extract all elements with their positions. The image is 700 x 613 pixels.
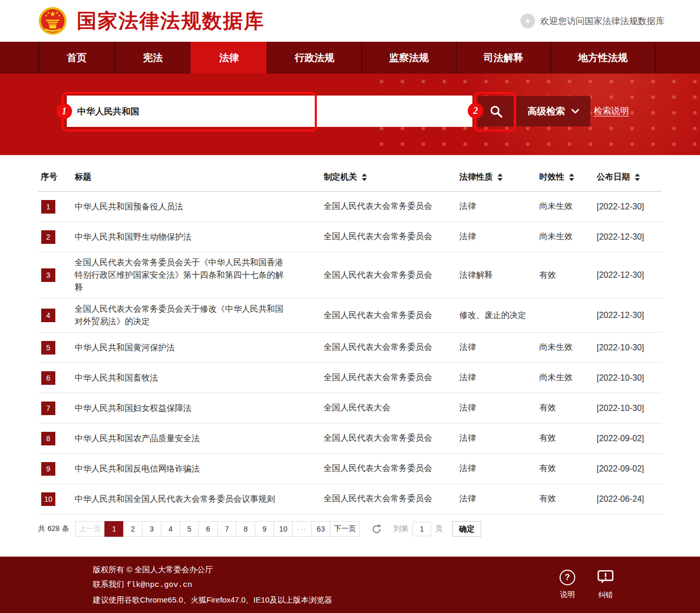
row-number-badge: 8 — [41, 432, 55, 445]
validity-cell: 尚未生效 — [539, 201, 597, 212]
results-area: 序号 标题 制定机关 法律性质 时效性 公布日期 1 中华人民共和国预备役人员法 — [0, 155, 700, 537]
law-title-link[interactable]: 中华人民共和国农产品质量安全法 — [75, 432, 200, 445]
contact-email[interactable]: flk@npc.gov.cn — [126, 581, 192, 590]
question-glyph: ? — [565, 573, 570, 582]
welcome-text: 欢迎您访问国家法律法规数据库 — [540, 15, 665, 27]
search-help-link[interactable]: 检索说明 — [594, 105, 629, 117]
page-button-2[interactable]: 2 — [123, 521, 143, 537]
contact-label: 联系我们 — [93, 580, 124, 588]
organ-cell: 全国人民代表大会常务委员会 — [324, 463, 459, 474]
organ-cell: 全国人民代表大会常务委员会 — [324, 270, 459, 281]
advanced-search-button[interactable]: 高级检索 — [516, 96, 590, 126]
page-button-1[interactable]: 1 — [104, 521, 124, 537]
ellipsis-button[interactable]: ··· — [292, 521, 312, 537]
total-count-text: 共 628 条 — [38, 524, 69, 534]
date-cell: [2022-12-30] — [597, 202, 662, 211]
date-cell: [2022-12-30] — [597, 232, 662, 242]
organ-cell: 全国人民代表大会 — [324, 403, 459, 414]
nav-tab-laws[interactable]: 法律 — [191, 42, 267, 74]
nav-tab-local-regulations[interactable]: 地方性法规 — [550, 42, 656, 74]
error-report-button[interactable]: 纠错 — [597, 570, 614, 600]
row-number-badge: 4 — [41, 309, 55, 322]
page-button-9[interactable]: 9 — [255, 521, 274, 537]
browser-note-line: 建议使用谷歌Chrome65.0、火狐Firefox47.0、IE10及以上版本… — [93, 593, 332, 607]
law-title-link[interactable]: 中华人民共和国黄河保护法 — [75, 341, 175, 354]
validity-cell: 有效 — [539, 433, 597, 444]
confirm-button[interactable]: 确定 — [452, 521, 481, 537]
page-button-4[interactable]: 4 — [161, 521, 180, 537]
star-glyph: ★ — [525, 17, 531, 25]
sort-icon[interactable] — [362, 173, 367, 181]
help-button[interactable]: ? 说明 — [560, 570, 575, 600]
page-button-8[interactable]: 8 — [236, 521, 255, 537]
national-emblem-icon — [38, 6, 67, 36]
prev-page-button[interactable]: 上一页 — [75, 521, 105, 537]
row-number-badge: 10 — [41, 492, 55, 506]
nature-cell: 法律 — [459, 231, 539, 242]
page-button-63[interactable]: 63 — [311, 521, 330, 537]
brand: 国家法律法规数据库 — [38, 6, 265, 36]
col-header-validity-label: 时效性 — [539, 172, 564, 183]
row-number-badge: 7 — [41, 402, 55, 415]
table-row: 5 中华人民共和国黄河保护法 全国人民代表大会常务委员会 法律 尚未生效 [20… — [38, 333, 662, 363]
table-row: 6 中华人民共和国畜牧法 全国人民代表大会常务委员会 法律 尚未生效 [2022… — [38, 363, 662, 393]
nav-tab-supervision-regulations[interactable]: 监察法规 — [361, 42, 456, 74]
table-row: 10 中华人民共和国全国人民代表大会常务委员会议事规则 全国人民代表大会常务委员… — [38, 484, 662, 514]
col-header-date-label: 公布日期 — [597, 172, 630, 183]
nature-cell: 法律 — [459, 372, 539, 383]
date-cell: [2022-12-30] — [597, 311, 662, 320]
page-button-7[interactable]: 7 — [217, 521, 236, 537]
date-cell: [2022-10-30] — [597, 373, 662, 383]
law-title-link[interactable]: 全国人民代表大会常务委员会关于修改《中华人民共和国对外贸易法》的决定 — [75, 303, 290, 328]
page-button-10[interactable]: 10 — [274, 521, 293, 537]
nature-cell: 法律 — [459, 493, 539, 504]
next-page-button[interactable]: 下一页 — [330, 521, 360, 537]
nature-cell: 法律 — [459, 201, 539, 212]
row-number-badge: 5 — [41, 341, 55, 355]
page-button-5[interactable]: 5 — [180, 521, 199, 537]
law-title-link[interactable]: 中华人民共和国妇女权益保障法 — [75, 402, 192, 415]
col-header-organ-label: 制定机关 — [324, 172, 357, 183]
nav-tab-judicial-interpretations[interactable]: 司法解释 — [456, 42, 550, 74]
row-number-badge: 2 — [41, 230, 55, 244]
col-header-validity: 时效性 — [539, 172, 597, 183]
organ-cell: 全国人民代表大会常务委员会 — [324, 342, 459, 353]
table-row: 4 全国人民代表大会常务委员会关于修改《中华人民共和国对外贸易法》的决定 全国人… — [38, 299, 662, 333]
search-banner: 高级检索 检索说明 1 2 — [0, 74, 700, 155]
page-jump-input[interactable] — [412, 522, 431, 536]
law-title-link[interactable]: 中华人民共和国野生动物保护法 — [75, 231, 192, 243]
nav-tab-home[interactable]: 首页 — [38, 42, 114, 74]
nav-tab-constitution[interactable]: 宪法 — [114, 42, 191, 74]
search-button[interactable] — [478, 96, 514, 126]
main-nav: 首页 宪法 法律 行政法规 监察法规 司法解释 地方性法规 — [0, 42, 700, 74]
law-title-link[interactable]: 中华人民共和国反电信网络诈骗法 — [75, 463, 200, 475]
page-button-3[interactable]: 3 — [142, 521, 161, 537]
col-header-organ: 制定机关 — [324, 172, 459, 183]
row-number-badge: 3 — [41, 268, 55, 282]
table-row: 1 中华人民共和国预备役人员法 全国人民代表大会常务委员会 法律 尚未生效 [2… — [38, 192, 662, 222]
nature-cell: 法律 — [459, 433, 539, 444]
validity-cell: 有效 — [539, 493, 597, 504]
date-cell: [2022-10-30] — [597, 404, 662, 413]
sort-icon[interactable] — [569, 173, 574, 181]
validity-cell: 有效 — [539, 403, 597, 414]
organ-cell: 全国人民代表大会常务委员会 — [324, 231, 459, 242]
search-input[interactable] — [67, 96, 472, 127]
law-title-link[interactable]: 中华人民共和国预备役人员法 — [75, 201, 183, 213]
table-row: 3 全国人民代表大会常务委员会关于《中华人民共和国香港特别行政区维护国家安全法》… — [38, 252, 662, 299]
advanced-search-label: 高级检索 — [528, 105, 565, 117]
refresh-icon[interactable] — [371, 524, 382, 535]
sort-icon[interactable] — [497, 173, 503, 181]
table-row: 7 中华人民共和国妇女权益保障法 全国人民代表大会 法律 有效 [2022-10… — [38, 393, 662, 423]
date-cell: [2022-12-30] — [597, 270, 662, 280]
nature-cell: 法律 — [459, 463, 539, 474]
law-title-link[interactable]: 全国人民代表大会常务委员会关于《中华人民共和国香港特别行政区维护国家安全法》第十… — [75, 256, 290, 294]
jump-prefix-label: 到第 — [394, 524, 408, 534]
site-footer: 版权所有 © 全国人大常委会办公厅 联系我们 flk@npc.gov.cn 建议… — [0, 557, 700, 613]
law-title-link[interactable]: 中华人民共和国全国人民代表大会常务委员会议事规则 — [75, 493, 275, 505]
page-button-6[interactable]: 6 — [198, 521, 218, 537]
law-title-link[interactable]: 中华人民共和国畜牧法 — [75, 372, 158, 384]
sort-icon[interactable] — [635, 173, 640, 181]
nav-tab-administrative-regulations[interactable]: 行政法规 — [267, 42, 361, 74]
help-label: 说明 — [560, 590, 575, 599]
